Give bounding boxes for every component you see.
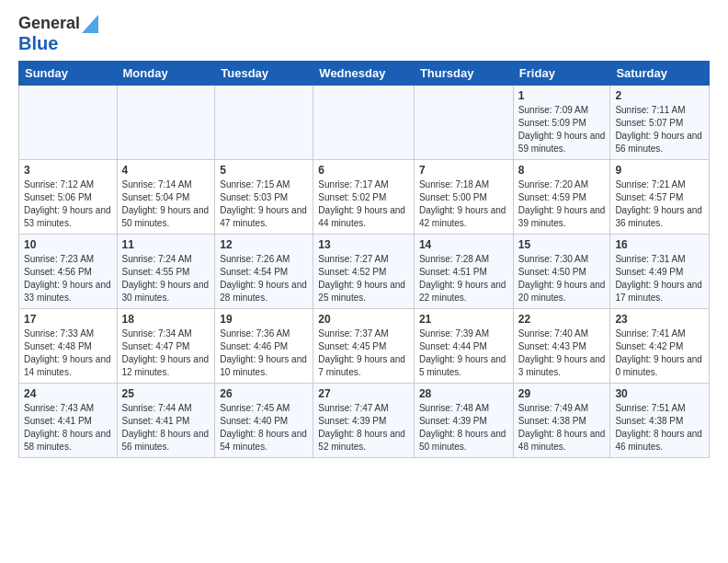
header: General Blue	[18, 15, 710, 53]
day-number: 3	[24, 164, 112, 177]
day-info: Sunrise: 7:17 AM Sunset: 5:02 PM Dayligh…	[318, 178, 409, 230]
day-info: Sunrise: 7:41 AM Sunset: 4:42 PM Dayligh…	[615, 327, 704, 379]
calendar-cell: 4Sunrise: 7:14 AM Sunset: 5:04 PM Daylig…	[117, 160, 215, 235]
day-number: 22	[518, 313, 606, 326]
calendar-cell: 20Sunrise: 7:37 AM Sunset: 4:45 PM Dayli…	[313, 309, 415, 384]
calendar-cell: 18Sunrise: 7:34 AM Sunset: 4:47 PM Dayli…	[117, 309, 215, 384]
header-day-tuesday: Tuesday	[215, 62, 313, 86]
day-info: Sunrise: 7:09 AM Sunset: 5:09 PM Dayligh…	[518, 104, 606, 155]
calendar-cell: 11Sunrise: 7:24 AM Sunset: 4:55 PM Dayli…	[117, 235, 215, 309]
day-info: Sunrise: 7:39 AM Sunset: 4:44 PM Dayligh…	[419, 327, 508, 379]
day-number: 4	[122, 164, 210, 177]
calendar-cell: 26Sunrise: 7:45 AM Sunset: 4:40 PM Dayli…	[215, 384, 313, 458]
header-day-friday: Friday	[513, 62, 610, 86]
day-info: Sunrise: 7:14 AM Sunset: 5:04 PM Dayligh…	[122, 178, 210, 230]
header-row: SundayMondayTuesdayWednesdayThursdayFrid…	[19, 62, 710, 86]
day-info: Sunrise: 7:11 AM Sunset: 5:07 PM Dayligh…	[615, 104, 704, 155]
header-day-thursday: Thursday	[414, 62, 513, 86]
day-info: Sunrise: 7:34 AM Sunset: 4:47 PM Dayligh…	[122, 327, 210, 379]
calendar-cell: 30Sunrise: 7:51 AM Sunset: 4:38 PM Dayli…	[610, 384, 710, 458]
day-info: Sunrise: 7:33 AM Sunset: 4:48 PM Dayligh…	[24, 327, 112, 379]
header-day-wednesday: Wednesday	[313, 62, 415, 86]
calendar-cell: 28Sunrise: 7:48 AM Sunset: 4:39 PM Dayli…	[414, 384, 513, 458]
day-info: Sunrise: 7:31 AM Sunset: 4:49 PM Dayligh…	[615, 253, 704, 304]
day-number: 2	[615, 89, 704, 102]
calendar-cell	[215, 86, 313, 160]
day-info: Sunrise: 7:23 AM Sunset: 4:56 PM Dayligh…	[24, 253, 112, 304]
calendar-cell: 22Sunrise: 7:40 AM Sunset: 4:43 PM Dayli…	[513, 309, 610, 384]
day-number: 29	[518, 387, 606, 400]
day-number: 26	[220, 387, 308, 400]
day-info: Sunrise: 7:37 AM Sunset: 4:45 PM Dayligh…	[318, 327, 409, 379]
calendar-cell: 6Sunrise: 7:17 AM Sunset: 5:02 PM Daylig…	[313, 160, 415, 235]
day-info: Sunrise: 7:15 AM Sunset: 5:03 PM Dayligh…	[220, 178, 308, 230]
day-info: Sunrise: 7:12 AM Sunset: 5:06 PM Dayligh…	[24, 178, 112, 230]
day-info: Sunrise: 7:28 AM Sunset: 4:51 PM Dayligh…	[419, 253, 508, 304]
day-info: Sunrise: 7:36 AM Sunset: 4:46 PM Dayligh…	[220, 327, 308, 379]
calendar-cell	[313, 86, 415, 160]
calendar-cell: 24Sunrise: 7:43 AM Sunset: 4:41 PM Dayli…	[19, 384, 118, 458]
week-row-1: 3Sunrise: 7:12 AM Sunset: 5:06 PM Daylig…	[19, 160, 710, 235]
logo-general: General	[18, 15, 80, 33]
svg-marker-0	[82, 15, 98, 33]
day-number: 8	[518, 164, 606, 177]
calendar-cell: 25Sunrise: 7:44 AM Sunset: 4:41 PM Dayli…	[117, 384, 215, 458]
day-number: 24	[24, 387, 112, 400]
day-info: Sunrise: 7:44 AM Sunset: 4:41 PM Dayligh…	[122, 402, 210, 454]
day-info: Sunrise: 7:47 AM Sunset: 4:39 PM Dayligh…	[318, 402, 409, 454]
day-info: Sunrise: 7:51 AM Sunset: 4:38 PM Dayligh…	[615, 402, 704, 454]
day-number: 27	[318, 387, 409, 400]
day-info: Sunrise: 7:30 AM Sunset: 4:50 PM Dayligh…	[518, 253, 606, 304]
calendar-body: 1Sunrise: 7:09 AM Sunset: 5:09 PM Daylig…	[19, 86, 710, 458]
day-number: 13	[318, 238, 409, 251]
day-number: 7	[419, 164, 508, 177]
week-row-0: 1Sunrise: 7:09 AM Sunset: 5:09 PM Daylig…	[19, 86, 710, 160]
day-number: 10	[24, 238, 112, 251]
day-info: Sunrise: 7:48 AM Sunset: 4:39 PM Dayligh…	[419, 402, 508, 454]
day-info: Sunrise: 7:24 AM Sunset: 4:55 PM Dayligh…	[122, 253, 210, 304]
page: General Blue SundayMondayTuesdayWednesda…	[0, 0, 728, 467]
day-info: Sunrise: 7:45 AM Sunset: 4:40 PM Dayligh…	[220, 402, 308, 454]
calendar-header: SundayMondayTuesdayWednesdayThursdayFrid…	[19, 62, 710, 86]
day-number: 1	[518, 89, 606, 102]
calendar-cell	[117, 86, 215, 160]
header-day-sunday: Sunday	[19, 62, 118, 86]
calendar-cell: 5Sunrise: 7:15 AM Sunset: 5:03 PM Daylig…	[215, 160, 313, 235]
day-info: Sunrise: 7:49 AM Sunset: 4:38 PM Dayligh…	[518, 402, 606, 454]
day-info: Sunrise: 7:27 AM Sunset: 4:52 PM Dayligh…	[318, 253, 409, 304]
day-info: Sunrise: 7:43 AM Sunset: 4:41 PM Dayligh…	[24, 402, 112, 454]
header-day-saturday: Saturday	[610, 62, 710, 86]
calendar-cell: 13Sunrise: 7:27 AM Sunset: 4:52 PM Dayli…	[313, 235, 415, 309]
logo: General Blue	[18, 15, 98, 53]
day-info: Sunrise: 7:18 AM Sunset: 5:00 PM Dayligh…	[419, 178, 508, 230]
header-day-monday: Monday	[117, 62, 215, 86]
day-number: 15	[518, 238, 606, 251]
day-number: 6	[318, 164, 409, 177]
day-number: 9	[615, 164, 704, 177]
week-row-3: 17Sunrise: 7:33 AM Sunset: 4:48 PM Dayli…	[19, 309, 710, 384]
calendar-cell: 14Sunrise: 7:28 AM Sunset: 4:51 PM Dayli…	[414, 235, 513, 309]
day-number: 25	[122, 387, 210, 400]
calendar-cell: 3Sunrise: 7:12 AM Sunset: 5:06 PM Daylig…	[19, 160, 118, 235]
calendar-cell: 7Sunrise: 7:18 AM Sunset: 5:00 PM Daylig…	[414, 160, 513, 235]
day-number: 12	[220, 238, 308, 251]
day-info: Sunrise: 7:26 AM Sunset: 4:54 PM Dayligh…	[220, 253, 308, 304]
calendar-cell: 27Sunrise: 7:47 AM Sunset: 4:39 PM Dayli…	[313, 384, 415, 458]
calendar-cell: 15Sunrise: 7:30 AM Sunset: 4:50 PM Dayli…	[513, 235, 610, 309]
day-number: 28	[419, 387, 508, 400]
week-row-4: 24Sunrise: 7:43 AM Sunset: 4:41 PM Dayli…	[19, 384, 710, 458]
calendar-cell: 16Sunrise: 7:31 AM Sunset: 4:49 PM Dayli…	[610, 235, 710, 309]
calendar-cell: 23Sunrise: 7:41 AM Sunset: 4:42 PM Dayli…	[610, 309, 710, 384]
calendar-cell: 1Sunrise: 7:09 AM Sunset: 5:09 PM Daylig…	[513, 86, 610, 160]
calendar-cell	[19, 86, 118, 160]
day-info: Sunrise: 7:21 AM Sunset: 4:57 PM Dayligh…	[615, 178, 704, 230]
day-number: 21	[419, 313, 508, 326]
calendar: SundayMondayTuesdayWednesdayThursdayFrid…	[18, 61, 710, 458]
calendar-cell: 19Sunrise: 7:36 AM Sunset: 4:46 PM Dayli…	[215, 309, 313, 384]
calendar-cell: 10Sunrise: 7:23 AM Sunset: 4:56 PM Dayli…	[19, 235, 118, 309]
day-number: 16	[615, 238, 704, 251]
calendar-cell	[414, 86, 513, 160]
day-number: 5	[220, 164, 308, 177]
day-number: 17	[24, 313, 112, 326]
week-row-2: 10Sunrise: 7:23 AM Sunset: 4:56 PM Dayli…	[19, 235, 710, 309]
